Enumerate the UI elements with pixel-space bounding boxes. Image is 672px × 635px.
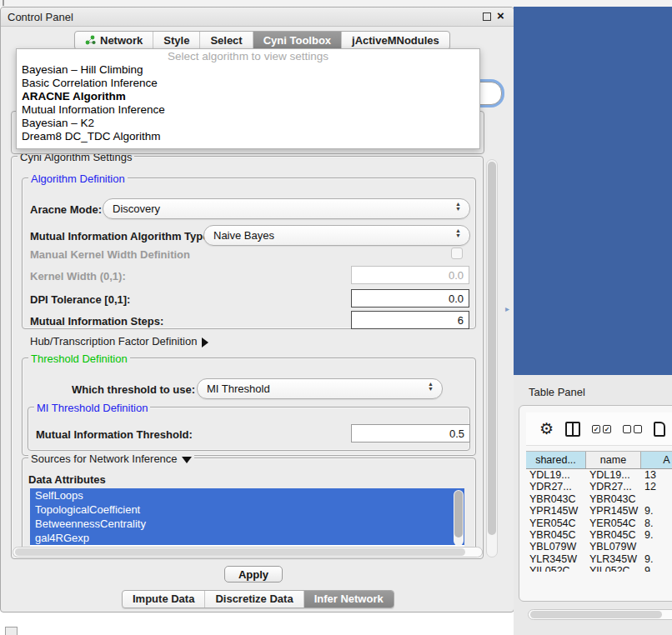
table-panel: Table Panel ⚙ ✓✓ shared... name A YDL19.… xyxy=(514,375,672,635)
table-cell: YLR345W xyxy=(526,553,586,565)
network-icon xyxy=(85,35,96,45)
dropdown-item[interactable]: Dream8 DC_TDC Algorithm xyxy=(17,130,479,143)
table-row[interactable]: YPR145WYPR145W9. xyxy=(526,505,672,517)
tab-cyni-toolbox-label: Cyni Toolbox xyxy=(263,34,331,47)
splitpane-collapse-arrow[interactable]: ▸ xyxy=(505,304,509,313)
manual-kernel-label: Manual Kernel Width Definition xyxy=(30,248,190,261)
attribute-item-selected[interactable]: TopologicalCoefficient xyxy=(30,502,464,517)
table-row[interactable]: YIL052CYIL052C9. xyxy=(526,565,672,572)
table-cell: 9. xyxy=(641,565,672,572)
scrollbar-thumb[interactable] xyxy=(488,162,496,535)
tab-network-label: Network xyxy=(100,34,143,47)
hub-section-toggle[interactable]: Hub/Transcription Factor Definition xyxy=(30,335,208,348)
table-cell: YDR27... xyxy=(586,481,641,492)
mi-threshold-value: 0.5 xyxy=(449,428,464,440)
tab-style-label: Style xyxy=(163,34,189,47)
top-strip xyxy=(0,0,672,7)
column-layout-icon[interactable] xyxy=(565,422,580,437)
table-row[interactable]: YER054CYER054C8. xyxy=(526,518,672,529)
dropdown-item[interactable]: Bayesian – Hill Climbing xyxy=(17,63,479,77)
control-panel-tabs: Network Style Select Cyni Toolbox jActiv… xyxy=(74,31,450,50)
threshold-title: Threshold Definition xyxy=(28,352,130,365)
aracne-mode-label: Aracne Mode: xyxy=(30,203,102,216)
table-row[interactable]: YLR345WYLR345W9. xyxy=(526,553,672,565)
dropdown-item[interactable]: Mutual Information Inference xyxy=(17,103,479,117)
dropdown-item[interactable]: Bayesian – K2 xyxy=(17,117,479,130)
which-threshold-combo[interactable]: MI Threshold ▲▼ xyxy=(197,378,443,399)
table-cell: 9. xyxy=(641,505,672,517)
table-horizontal-scrollbar[interactable] xyxy=(528,609,672,620)
table-cell: YPR145W xyxy=(586,505,641,517)
dropdown-item-selected[interactable]: ARACNE Algorithm xyxy=(17,90,479,103)
manual-kernel-checkbox[interactable] xyxy=(451,248,463,259)
sources-title-label: Sources for Network Inference xyxy=(31,452,178,465)
table-cell: YBL079W xyxy=(526,541,586,552)
settings-vertical-scrollbar[interactable] xyxy=(486,159,498,558)
scrollbar-thumb[interactable] xyxy=(454,491,463,538)
apply-button[interactable]: Apply xyxy=(224,566,283,582)
gear-icon[interactable]: ⚙ xyxy=(539,421,554,437)
mi-steps-field[interactable]: 6 xyxy=(351,311,469,329)
table-row[interactable]: YBR043CYBR043C xyxy=(526,493,672,505)
table-cell xyxy=(641,493,672,505)
mi-type-combo[interactable]: Naive Bayes ▲▼ xyxy=(203,225,470,246)
tab-discretize-data[interactable]: Discretize Data xyxy=(204,591,303,608)
column-header[interactable]: name xyxy=(586,452,641,468)
attribute-item-selected[interactable]: gal4RGexp xyxy=(30,531,464,545)
table-cell: YER054C xyxy=(586,518,641,529)
table-cell: 9. xyxy=(641,553,672,565)
app-screen: Control Panel × Network Style Select Cyn… xyxy=(0,0,672,635)
control-panel-window: Control Panel × Network Style Select Cyn… xyxy=(0,7,514,612)
data-attributes-list: SelfLoops TopologicalCoefficient Between… xyxy=(30,488,464,547)
file-icon[interactable] xyxy=(654,422,665,437)
mi-threshold-label: Mutual Information Threshold: xyxy=(36,428,193,441)
table-cell xyxy=(641,541,672,552)
table-cell: YDR27... xyxy=(526,481,586,492)
table-row[interactable]: YDL19...YDL19...13 xyxy=(526,469,672,481)
table-panel-title: Table Panel xyxy=(529,386,585,398)
tab-infer-network[interactable]: Infer Network xyxy=(303,591,394,608)
top-tick xyxy=(3,0,4,6)
select-all-icon[interactable]: ✓✓ xyxy=(592,425,611,433)
settings-horizontal-scrollbar[interactable] xyxy=(13,547,483,558)
close-icon[interactable]: × xyxy=(497,8,504,22)
tab-cyni-toolbox[interactable]: Cyni Toolbox xyxy=(253,32,341,49)
table-header-row: shared... name A xyxy=(526,451,672,469)
kernel-width-field[interactable]: 0.0 xyxy=(351,266,469,284)
aracne-mode-combo[interactable]: Discovery ▲▼ xyxy=(103,198,470,219)
tab-network[interactable]: Network xyxy=(75,32,153,49)
table-cell: YPR145W xyxy=(526,505,586,517)
deselect-all-icon[interactable] xyxy=(623,425,642,433)
attribute-list-scrollbar[interactable] xyxy=(454,490,464,546)
algorithm-dropdown-popup: Select algorithm to view settings Bayesi… xyxy=(16,48,480,149)
tab-jactivemnodules[interactable]: jActiveMNodules xyxy=(341,32,449,49)
table-row[interactable]: YBR045CYBR045C9. xyxy=(526,529,672,541)
cyni-bottom-tabs: Impute Data Discretize Data Infer Networ… xyxy=(122,590,394,608)
table-row[interactable]: YBL079WYBL079W xyxy=(526,541,672,552)
table-cell: YDL19... xyxy=(526,469,586,481)
column-header[interactable]: A xyxy=(641,452,672,468)
float-window-icon[interactable] xyxy=(483,12,491,21)
tab-select[interactable]: Select xyxy=(199,32,252,49)
tab-style[interactable]: Style xyxy=(153,32,199,49)
mi-type-value: Naive Bayes xyxy=(213,229,274,242)
sources-title[interactable]: Sources for Network Inference xyxy=(28,452,194,465)
dpi-tolerance-label: DPI Tolerance [0,1]: xyxy=(30,293,130,306)
mi-threshold-field[interactable]: 0.5 xyxy=(351,424,470,442)
table-cell: YER054C xyxy=(526,518,586,529)
tab-impute-data[interactable]: Impute Data xyxy=(123,591,204,608)
window-grip-icon[interactable] xyxy=(5,627,18,635)
dropdown-item[interactable]: Basic Correlation Inference xyxy=(17,77,479,90)
attribute-item-selected[interactable]: BetweennessCentrality xyxy=(30,517,464,531)
dropdown-placeholder: Select algorithm to view settings xyxy=(17,49,479,63)
scrollbar-thumb[interactable] xyxy=(530,611,662,618)
which-threshold-value: MI Threshold xyxy=(207,382,270,395)
table-cell: YBL079W xyxy=(586,541,641,552)
desktop-background: GAL80 GAL10 GAL1 GAL11 GAL GAL4 SWI4 GCY… xyxy=(514,7,672,375)
scrollbar-thumb[interactable] xyxy=(15,548,465,556)
table-row[interactable]: YDR27...YDR27...12 xyxy=(526,481,672,492)
dpi-tolerance-field[interactable]: 0.0 xyxy=(351,289,469,308)
attribute-item-selected[interactable]: SelfLoops xyxy=(30,488,464,502)
column-header[interactable]: shared... xyxy=(526,452,586,468)
table-cell: YIL052C xyxy=(526,565,586,572)
